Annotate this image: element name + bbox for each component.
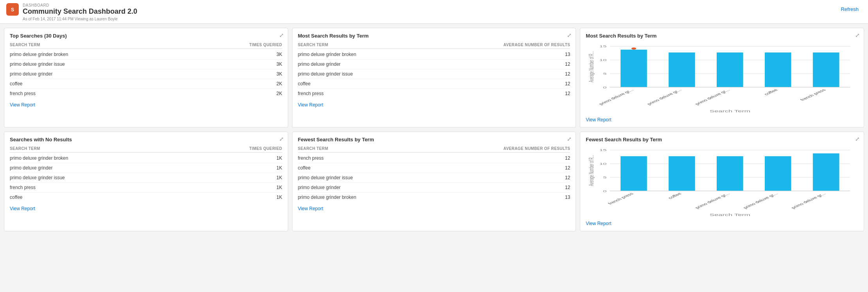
most-results-chart-view-report[interactable]: View Report [586,117,611,123]
fewest-results-chart-expand-icon[interactable]: ⤢ [855,136,860,142]
page-header: S DASHBOARD Community Search Dashboard 2… [0,0,868,24]
row-term: primo deluxe grinder [10,71,52,77]
no-results-expand-icon[interactable]: ⤢ [279,136,284,142]
svg-text:0: 0 [603,85,606,89]
row-value: 12 [565,61,570,67]
refresh-button[interactable]: Refresh [838,5,862,14]
table-row: primo deluxe grinder issue12 [298,173,570,183]
fewest-results-rows: french press12coffee12primo deluxe grind… [298,153,570,202]
table-row: primo deluxe grinder3K [10,69,282,79]
table-row: coffee12 [298,163,570,173]
row-value: 3K [276,71,282,77]
row-term: french press [298,155,324,161]
no-results-view-report[interactable]: View Report [10,206,35,211]
row-value: 3K [276,61,282,67]
fewest-results-table-expand-icon[interactable]: ⤢ [567,136,572,142]
row-value: 3K [276,52,282,57]
svg-text:primo deluxe gr...: primo deluxe gr... [694,192,731,209]
row-value: 12 [565,185,570,190]
svg-text:S: S [11,7,14,13]
fewest-results-table-view-report[interactable]: View Report [298,206,323,211]
row-term: primo deluxe grinder [10,165,52,171]
fewest-results-chart-title: Fewest Search Results by Term [586,137,858,142]
header-text: DASHBOARD Community Search Dashboard 2.0… [23,3,137,21]
dashboard-label: DASHBOARD [23,3,137,7]
row-value: 12 [565,165,570,171]
svg-rect-13 [669,52,695,87]
svg-rect-41 [813,153,839,191]
svg-rect-11 [621,49,647,87]
table-row: primo deluxe grinder issue1K [10,173,282,183]
no-results-title: Searches with No Results [10,137,282,142]
most-results-chart-card: Most Search Results by Term ⤢ 051015Aver… [580,28,864,128]
most-results-col2-header: AVERAGE NUMBER OF RESULTS [504,43,570,47]
fewest-results-chart-svg: 051015Average Number of R...french press… [586,146,858,217]
svg-rect-15 [717,52,743,87]
svg-text:Search Term: Search Term [710,109,750,113]
svg-point-23 [631,47,636,50]
most-results-rows: primo deluxe grinder broken13primo delux… [298,50,570,98]
row-value: 1K [276,175,282,180]
table-row: primo deluxe grinder12 [298,59,570,69]
row-value: 1K [276,185,282,190]
dashboard-meta: As of Feb 14, 2017 11:44 PM Viewing as L… [23,17,137,21]
svg-rect-19 [813,52,839,87]
most-results-chart-svg: 051015Average Number of R...primo deluxe… [586,43,858,113]
fewest-results-col2-header: AVERAGE NUMBER OF RESULTS [504,146,570,151]
table-row: french press12 [298,89,570,98]
no-results-rows: primo deluxe grinder broken1Kprimo delux… [10,153,282,202]
row-value: 2K [276,91,282,96]
top-searches-title: Top Searches (30 Days) [10,33,282,39]
svg-text:primo deluxe gr...: primo deluxe gr... [646,88,683,105]
most-results-table-card: Most Search Results by Term ⤢ SEARCH TER… [292,28,576,128]
table-row: french press12 [298,153,570,163]
no-results-col2-header: TIMES QUERIED [249,146,282,151]
most-results-chart-expand-icon[interactable]: ⤢ [855,32,860,38]
row-value: 12 [565,81,570,87]
row-value: 12 [565,71,570,77]
most-results-chart-title: Most Search Results by Term [586,33,858,39]
table-row: primo deluxe grinder issue3K [10,59,282,69]
top-searches-expand-icon[interactable]: ⤢ [279,32,284,38]
header-left: S DASHBOARD Community Search Dashboard 2… [6,3,137,21]
fewest-results-chart-card: Fewest Search Results by Term ⤢ 051015Av… [580,132,864,231]
table-row: primo deluxe grinder broken13 [298,50,570,59]
row-term: coffee [298,81,310,87]
row-term: primo deluxe grinder issue [10,61,65,67]
table-row: french press1K [10,183,282,193]
most-results-table-expand-icon[interactable]: ⤢ [567,32,572,38]
row-term: primo deluxe grinder [298,185,341,190]
svg-rect-39 [765,156,791,191]
row-value: 1K [276,155,282,161]
svg-text:primo deluxe gr...: primo deluxe gr... [694,88,731,105]
svg-text:0: 0 [603,189,606,193]
table-row: primo deluxe grinder broken3K [10,50,282,59]
row-term: coffee [10,195,22,200]
dashboard-grid: Top Searches (30 Days) ⤢ SEARCH TERM TIM… [0,24,868,235]
row-value: 13 [565,195,570,200]
svg-text:coffee: coffee [667,192,683,200]
fewest-results-table-title: Fewest Search Results by Term [298,137,570,142]
top-searches-view-report[interactable]: View Report [10,102,35,108]
no-results-card: Searches with No Results ⤢ SEARCH TERM T… [4,132,288,231]
svg-text:5: 5 [603,72,606,75]
svg-text:10: 10 [599,58,606,62]
most-results-table-title: Most Search Results by Term [298,33,570,39]
svg-text:15: 15 [599,45,606,48]
row-term: primo deluxe grinder issue [298,175,353,180]
svg-text:primo deluxe gr...: primo deluxe gr... [597,88,635,105]
svg-text:french press: french press [799,88,827,101]
table-row: primo deluxe grinder12 [298,183,570,193]
svg-text:primo deluxe gr...: primo deluxe gr... [742,192,779,209]
svg-rect-35 [669,156,695,191]
svg-text:Average Number of R...: Average Number of R... [588,51,595,82]
table-row: primo deluxe grinder broken13 [298,193,570,202]
table-row: coffee2K [10,79,282,89]
fewest-results-chart-view-report[interactable]: View Report [586,221,611,226]
row-term: coffee [10,81,22,87]
top-searches-card: Top Searches (30 Days) ⤢ SEARCH TERM TIM… [4,28,288,128]
svg-text:15: 15 [599,148,606,152]
no-results-col1-header: SEARCH TERM [10,146,40,151]
most-results-table-view-report[interactable]: View Report [298,102,323,108]
table-row: primo deluxe grinder1K [10,163,282,173]
